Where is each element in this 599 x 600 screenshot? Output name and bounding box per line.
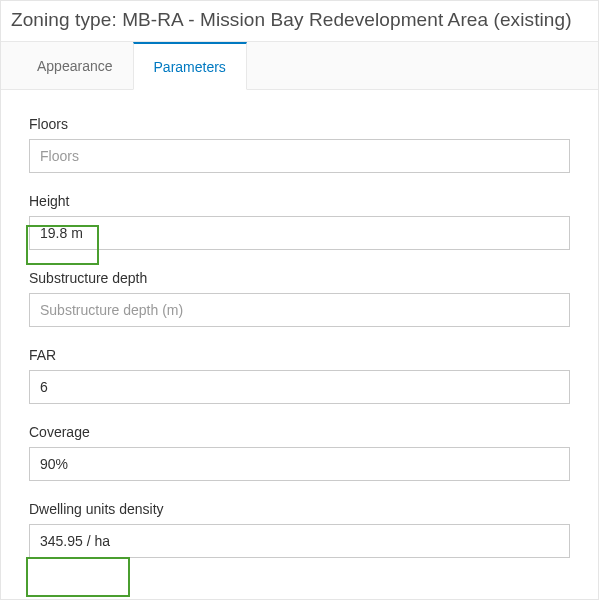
- label-substructure-depth: Substructure depth: [29, 270, 570, 286]
- field-substructure-depth: Substructure depth: [29, 270, 570, 327]
- field-coverage: Coverage: [29, 424, 570, 481]
- tabs: Appearance Parameters: [1, 42, 598, 90]
- label-coverage: Coverage: [29, 424, 570, 440]
- zoning-panel: Zoning type: MB-RA - Mission Bay Redevel…: [0, 0, 599, 600]
- tab-appearance[interactable]: Appearance: [17, 42, 133, 89]
- input-substructure-depth[interactable]: [29, 293, 570, 327]
- page-title: Zoning type: MB-RA - Mission Bay Redevel…: [1, 1, 598, 42]
- input-floors[interactable]: [29, 139, 570, 173]
- input-far[interactable]: [29, 370, 570, 404]
- tab-parameters[interactable]: Parameters: [133, 42, 247, 90]
- label-floors: Floors: [29, 116, 570, 132]
- label-far: FAR: [29, 347, 570, 363]
- highlight-density: [26, 557, 130, 597]
- parameters-form: Floors Height Substructure depth FAR Cov…: [1, 90, 598, 558]
- field-dwelling-density: Dwelling units density: [29, 501, 570, 558]
- input-coverage[interactable]: [29, 447, 570, 481]
- field-far: FAR: [29, 347, 570, 404]
- label-dwelling-density: Dwelling units density: [29, 501, 570, 517]
- field-height: Height: [29, 193, 570, 250]
- input-height[interactable]: [29, 216, 570, 250]
- label-height: Height: [29, 193, 570, 209]
- input-dwelling-density[interactable]: [29, 524, 570, 558]
- field-floors: Floors: [29, 116, 570, 173]
